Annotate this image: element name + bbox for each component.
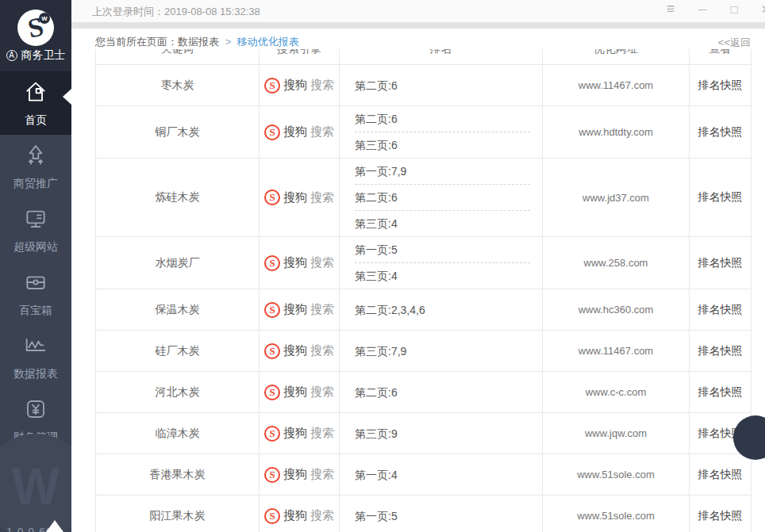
close-icon[interactable]: ✕ xyxy=(757,2,765,17)
sogou-logo-icon: S xyxy=(264,467,280,483)
keyword-cell: 河北木炭 xyxy=(96,372,259,413)
sidebar: S w A 商务卫士 首页商贸推广超级网站百宝箱数据报表财务管理 W 1.0.0… xyxy=(0,0,71,532)
engine-name: 搜狗 xyxy=(283,426,307,441)
rank-entry: 第一页:4 xyxy=(355,462,530,488)
optimized-url: www.258.com xyxy=(543,237,690,289)
engine-name-suffix: 搜索 xyxy=(310,190,334,205)
report-icon xyxy=(23,333,48,361)
engine-cell: S搜狗搜索 xyxy=(259,65,340,106)
minimize-icon[interactable]: ─ xyxy=(694,2,711,16)
rank-entry: 第三页:9 xyxy=(355,421,530,446)
main-area: 上次登录时间：2019-08-08 15:32:38 ≡ ─ □ ✕ 您当前所在… xyxy=(71,0,765,532)
brand-badge-icon: A xyxy=(6,50,17,61)
rank-cell: 第三页:9 xyxy=(340,413,543,454)
sidebar-item-label: 商贸推广 xyxy=(13,177,58,191)
rank-entry: 第三页:7,9 xyxy=(355,339,530,364)
logo-w-dot: w xyxy=(39,13,50,24)
snapshot-link[interactable]: 排名快照 xyxy=(690,237,752,289)
menu-icon[interactable]: ≡ xyxy=(662,1,679,17)
active-notch xyxy=(63,89,71,105)
breadcrumb-section[interactable]: 数据报表 xyxy=(178,36,219,48)
engine-name-suffix: 搜索 xyxy=(310,467,334,482)
sidebar-item-toolbox[interactable]: 百宝箱 xyxy=(0,262,71,325)
rank-entry: 第二页:2,3,4,6 xyxy=(355,297,530,323)
snapshot-link[interactable]: 排名快照 xyxy=(690,331,752,372)
engine-cell: S搜狗搜索 xyxy=(259,496,340,532)
back-link[interactable]: <<返回 xyxy=(718,36,751,50)
breadcrumb-current[interactable]: 移动优化报表 xyxy=(237,36,299,48)
website-icon xyxy=(23,206,48,234)
optimized-url: www.c-c.com xyxy=(543,372,690,413)
snapshot-link[interactable]: 排名快照 xyxy=(690,65,752,106)
back-to-top-icon[interactable] xyxy=(46,520,63,532)
sidebar-item-label: 超级网站 xyxy=(13,240,58,255)
snapshot-link[interactable]: 排名快照 xyxy=(690,454,752,496)
sidebar-item-label: 百宝箱 xyxy=(19,304,52,318)
sidebar-nav: 首页商贸推广超级网站百宝箱数据报表财务管理 xyxy=(0,71,71,452)
table-row: 枣木炭S搜狗搜索第二页:6www.11467.com排名快照 xyxy=(96,65,752,106)
engine-cell: S搜狗搜索 xyxy=(259,331,340,372)
snapshot-link[interactable]: 排名快照 xyxy=(690,372,752,413)
table-row: 河北木炭S搜狗搜索第二页:6www.c-c.com排名快照 xyxy=(96,372,752,413)
keyword-cell: 临漳木炭 xyxy=(96,413,259,454)
brand-row: A 商务卫士 xyxy=(6,48,66,63)
engine-name: 搜狗 xyxy=(283,255,307,270)
engine-name: 搜狗 xyxy=(283,190,307,205)
rank-entry: 第二页:6 xyxy=(355,106,530,132)
logo-s-glyph: S xyxy=(14,6,58,49)
snapshot-link[interactable]: 排名快照 xyxy=(690,106,752,159)
keyword-cell: 枣木炭 xyxy=(96,65,259,106)
optimized-url: www.jd37.com xyxy=(543,159,690,237)
sogou-logo-icon: S xyxy=(264,385,280,400)
toolbox-icon xyxy=(23,270,48,297)
sogou-logo-icon: S xyxy=(264,189,280,205)
snapshot-link[interactable]: 排名快照 xyxy=(690,159,752,237)
keyword-cell: 硅厂木炭 xyxy=(96,331,259,372)
keyword-cell: 香港果木炭 xyxy=(96,454,259,496)
optimized-url: www.11467.com xyxy=(543,65,690,106)
app-window: S w A 商务卫士 首页商贸推广超级网站百宝箱数据报表财务管理 W 1.0.0… xyxy=(0,0,765,532)
rank-cell: 第一页:4 xyxy=(340,454,543,496)
table-row: 保温木炭S搜狗搜索第二页:2,3,4,6www.hc360.com排名快照 xyxy=(96,289,752,331)
column-header: 排名 xyxy=(340,49,543,65)
sidebar-item-label: 数据报表 xyxy=(13,367,58,381)
sidebar-item-promotion[interactable]: 商贸推广 xyxy=(0,135,71,198)
engine-cell: S搜狗搜索 xyxy=(259,454,340,496)
keyword-cell: 水烟炭厂 xyxy=(96,237,259,289)
engine-name-suffix: 搜索 xyxy=(310,302,334,317)
engine-name: 搜狗 xyxy=(283,78,307,93)
engine-cell: S搜狗搜索 xyxy=(259,413,340,454)
rank-cell: 第三页:7,9 xyxy=(340,331,543,372)
table-row: 硅厂木炭S搜狗搜索第三页:7,9www.11467.com排名快照 xyxy=(96,331,752,372)
engine-name-suffix: 搜索 xyxy=(310,508,334,523)
column-header: 关键词 xyxy=(96,49,259,65)
snapshot-link[interactable]: 排名快照 xyxy=(690,496,752,532)
sogou-logo-icon: S xyxy=(264,508,280,524)
rank-entry: 第三页:4 xyxy=(355,210,530,236)
table-row: 临漳木炭S搜狗搜索第三页:9www.jqw.com排名快照 xyxy=(96,413,752,454)
keyword-cell: 阳江果木炭 xyxy=(96,496,259,532)
rank-cell: 第一页:5 xyxy=(340,496,543,532)
breadcrumb: 您当前所在页面：数据报表 > 移动优化报表 <<返回 xyxy=(95,35,751,49)
sidebar-item-website[interactable]: 超级网站 xyxy=(0,198,71,262)
maximize-icon[interactable]: □ xyxy=(725,2,743,16)
engine-cell: S搜狗搜索 xyxy=(259,237,340,289)
engine-name: 搜狗 xyxy=(283,343,307,358)
sidebar-item-report[interactable]: 数据报表 xyxy=(0,325,71,388)
sidebar-item-label: 首页 xyxy=(25,113,47,128)
table-row: 阳江果木炭S搜狗搜索第一页:5www.51sole.com排名快照 xyxy=(96,496,752,532)
sogou-logo-icon: S xyxy=(264,302,280,318)
keyword-cell: 铜厂木炭 xyxy=(96,106,259,159)
brand-name: 商务卫士 xyxy=(21,48,66,63)
optimized-url: www.hdtdty.com xyxy=(543,106,690,159)
sidebar-item-home[interactable]: 首页 xyxy=(0,71,71,135)
table-row: 炼硅木炭S搜狗搜索第一页:7,9第二页:6第三页:4www.jd37.com排名… xyxy=(96,159,752,237)
breadcrumb-prefix: 您当前所在页面： xyxy=(95,36,178,48)
engine-name-suffix: 搜索 xyxy=(310,124,334,140)
content-area: 您当前所在页面：数据报表 > 移动优化报表 <<返回 关键词搜索引擎排名优化网址… xyxy=(71,29,765,532)
rank-entry: 第一页:7,9 xyxy=(355,159,530,184)
engine-name: 搜狗 xyxy=(283,385,307,400)
engine-cell: S搜狗搜索 xyxy=(259,106,340,159)
ranking-table: 关键词搜索引擎排名优化网址查看 枣木炭S搜狗搜索第二页:6www.11467.c… xyxy=(95,49,752,532)
snapshot-link[interactable]: 排名快照 xyxy=(690,289,752,331)
